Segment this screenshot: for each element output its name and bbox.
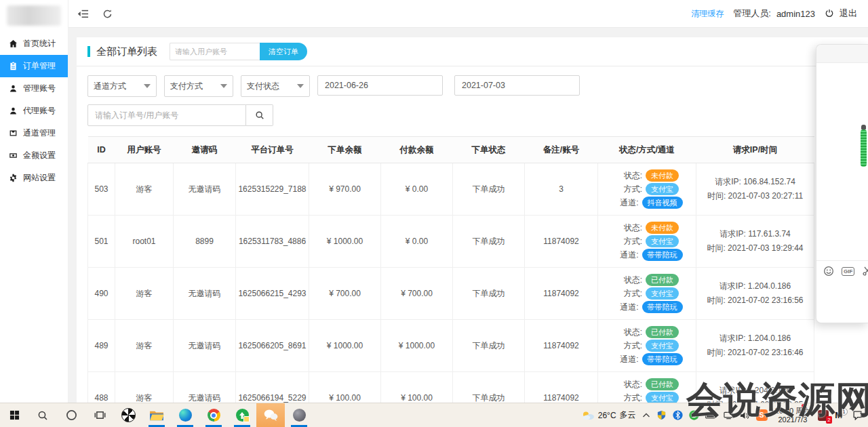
- cell-order-status: 下单成功: [453, 372, 525, 404]
- cell-status-method-channel: 状态:未付款方式:支付宝通道:带带陪玩: [598, 216, 696, 268]
- cell-platform-order-no: 1625315229_7188: [236, 163, 309, 216]
- weather-cloud-icon: [581, 411, 595, 420]
- sidebar-item-label: 通道管理: [23, 127, 56, 139]
- logout-link[interactable]: 退出: [840, 7, 857, 20]
- security-shield-icon[interactable]: [656, 410, 667, 420]
- cortana-button[interactable]: [57, 403, 85, 427]
- chrome-browser-button[interactable]: [199, 403, 228, 427]
- sidebar-item-label: 订单管理: [23, 60, 56, 72]
- cell-request-ip-time: 请求IP: 1.204.0.186时间: 2021-07-02 23:16:56: [696, 268, 814, 320]
- sidebar: 首页统计订单管理管理账号代理账号通道管理金额设置网站设置: [0, 0, 68, 403]
- avatar-app-button[interactable]: [285, 403, 313, 427]
- sidebar-item-channel-management[interactable]: 通道管理: [0, 122, 68, 144]
- cell-invite-code: 无邀请码: [174, 163, 236, 216]
- date-from-input[interactable]: [317, 75, 443, 96]
- cell-platform-order-no: 1625066194_5229: [236, 372, 309, 404]
- search-button[interactable]: [246, 104, 273, 126]
- bluetooth-icon[interactable]: [673, 410, 683, 420]
- request-time: 时间: 2021-07-02 23:16:56: [697, 293, 813, 308]
- status-badge: 已付款: [646, 274, 679, 286]
- method-badge: 支付宝: [646, 287, 679, 300]
- wechat-button[interactable]: [256, 403, 285, 427]
- chevron-down-icon: [297, 84, 304, 88]
- cell-paid-amount: ¥ 700.00: [381, 268, 453, 320]
- chrome-icon: [208, 409, 220, 422]
- status-label: 状态:: [615, 379, 642, 390]
- channel-label: 通道:: [612, 354, 639, 365]
- column-header: 用户账号: [115, 137, 174, 163]
- taskbar-search-button[interactable]: [28, 403, 57, 427]
- sidebar-item-home-stats[interactable]: 首页统计: [0, 33, 68, 55]
- screenshot-scissors-icon[interactable]: [862, 266, 868, 277]
- sidebar-item-site-settings[interactable]: 网站设置: [0, 167, 68, 189]
- sidebar-item-admin-accounts[interactable]: 管理账号: [0, 77, 68, 100]
- channel-badge: 带带陪玩: [642, 353, 683, 365]
- cell-order-amount: ¥ 700.00: [309, 268, 381, 320]
- cell-remark-account: 11874092: [525, 320, 598, 372]
- start-button[interactable]: [0, 403, 28, 427]
- method-badge: 支付宝: [646, 392, 679, 403]
- cell-user-account: 游客: [115, 372, 174, 404]
- gif-icon[interactable]: GIF: [842, 267, 854, 276]
- edge-browser-button[interactable]: [171, 403, 199, 427]
- cell-invite-code: 无邀请码: [174, 320, 236, 372]
- task-view-icon: [94, 409, 106, 421]
- chevron-down-icon: [144, 84, 151, 88]
- cell-order-status: 下单成功: [453, 268, 525, 320]
- cell-remark-account: 11874092: [525, 268, 598, 320]
- cell-platform-order-no: 1625066215_4293: [236, 268, 309, 320]
- request-ip: 请求IP: 1.204.0.186: [697, 279, 813, 293]
- orders-icon: [9, 62, 18, 70]
- cell-user-account: 游客: [115, 320, 174, 372]
- refresh-icon[interactable]: [102, 9, 114, 19]
- request-ip: 请求IP: 117.61.3.74: [697, 227, 813, 241]
- table-row: 489游客无邀请码1625066205_8691¥ 1000.00¥ 1000.…: [88, 320, 814, 372]
- method-label: 方式:: [615, 288, 642, 300]
- cell-order-status: 下单成功: [453, 320, 525, 372]
- sidebar-item-agent-accounts[interactable]: 代理账号: [0, 100, 68, 122]
- chat-window-panel[interactable]: GIF: [816, 44, 868, 323]
- channel-label: 通道:: [612, 197, 639, 209]
- clear-cache-link[interactable]: 清理缓存: [691, 8, 724, 20]
- status-label: 状态:: [615, 170, 642, 182]
- weather-widget[interactable]: 26°C 多云: [581, 409, 636, 421]
- status-badge: 已付款: [646, 378, 679, 390]
- power-icon[interactable]: [825, 9, 834, 18]
- status-badge: 未付款: [646, 222, 679, 234]
- emoji-icon[interactable]: [823, 266, 834, 277]
- channel-badge: 带带陪玩: [642, 249, 683, 261]
- pay-status-select[interactable]: 支付状态: [241, 75, 310, 97]
- date-to-input[interactable]: [454, 75, 580, 96]
- file-explorer-button[interactable]: [142, 403, 171, 427]
- sidebar-item-order-management[interactable]: 订单管理: [0, 55, 68, 77]
- chat-scrollbar-thumb[interactable]: [861, 129, 867, 167]
- sidebar-item-label: 金额设置: [23, 150, 56, 161]
- clear-orders-button[interactable]: 清空订单: [260, 43, 307, 60]
- gear-icon: [9, 174, 18, 182]
- pinwheel-app-button[interactable]: [114, 403, 142, 427]
- column-header: 状态/方式/通道: [598, 137, 696, 163]
- account-quick-input[interactable]: [170, 43, 260, 60]
- request-time: 时间: 2021-07-02 23:16:46: [697, 346, 813, 360]
- cortana-icon: [66, 409, 77, 421]
- cell-status-method-channel: 状态:已付款方式:支付宝通道:带带陪玩: [598, 320, 696, 372]
- column-header: ID: [88, 137, 115, 163]
- cell-order-status: 下单成功: [453, 163, 525, 216]
- method-badge: 支付宝: [646, 183, 679, 195]
- weather-desc: 多云: [620, 409, 636, 421]
- task-view-button[interactable]: [85, 403, 114, 427]
- collapse-sidebar-icon[interactable]: [77, 9, 89, 19]
- cell-status-method-channel: 状态:已付款方式:支付宝通道:带带陪玩: [598, 268, 696, 320]
- sidebar-item-amount-settings[interactable]: 金额设置: [0, 144, 68, 167]
- method-badge: 支付宝: [646, 235, 679, 247]
- show-hidden-icons-button[interactable]: [642, 413, 650, 418]
- green-app-icon: [236, 409, 249, 422]
- channel-method-select[interactable]: 通道方式: [87, 75, 157, 97]
- pay-method-select[interactable]: 支付方式: [164, 75, 233, 97]
- order-search-input[interactable]: [87, 104, 246, 126]
- title-accent-bar: [87, 46, 90, 57]
- request-ip: 请求IP: 1.204.0.186: [697, 331, 813, 346]
- status-badge: 已付款: [646, 326, 679, 338]
- green-app-button[interactable]: [228, 403, 256, 427]
- cell-invite-code: 无邀请码: [174, 268, 236, 320]
